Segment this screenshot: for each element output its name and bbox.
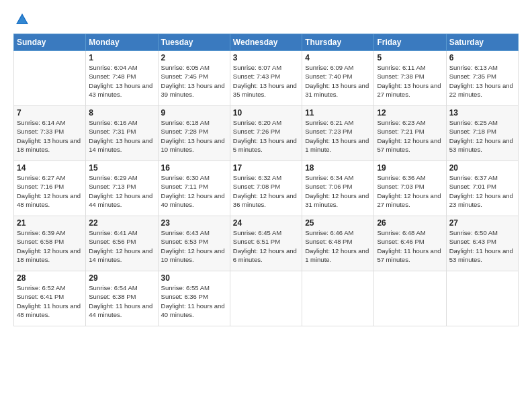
day-cell: 29Sunrise: 6:54 AMSunset: 6:38 PMDayligh…: [86, 271, 158, 326]
day-info: Sunrise: 6:52 AMSunset: 6:41 PMDaylight:…: [17, 283, 83, 319]
day-number: 3: [233, 53, 299, 62]
day-info: Sunrise: 6:41 AMSunset: 6:56 PMDaylight:…: [89, 228, 154, 264]
day-info: Sunrise: 6:43 AMSunset: 6:53 PMDaylight:…: [161, 228, 227, 264]
day-number: 8: [89, 108, 154, 118]
day-info: Sunrise: 6:09 AMSunset: 7:40 PMDaylight:…: [305, 63, 371, 99]
day-number: 30: [161, 273, 227, 283]
day-cell: 7Sunrise: 6:14 AMSunset: 7:33 PMDaylight…: [14, 106, 86, 161]
day-info: Sunrise: 6:11 AMSunset: 7:38 PMDaylight:…: [377, 63, 443, 99]
day-cell: 28Sunrise: 6:52 AMSunset: 6:41 PMDayligh…: [14, 271, 86, 326]
day-number: 20: [449, 163, 515, 173]
day-number: 29: [89, 273, 154, 283]
day-number: 2: [161, 53, 227, 62]
day-info: Sunrise: 6:34 AMSunset: 7:06 PMDaylight:…: [305, 173, 371, 209]
day-number: 26: [377, 218, 443, 228]
day-number: 7: [17, 108, 83, 118]
day-number: 25: [305, 218, 371, 228]
day-number: 19: [377, 163, 443, 173]
day-number: 12: [377, 108, 443, 118]
day-cell: 30Sunrise: 6:55 AMSunset: 6:36 PMDayligh…: [158, 271, 230, 326]
day-cell: 4Sunrise: 6:09 AMSunset: 7:40 PMDaylight…: [302, 51, 374, 106]
day-cell: [230, 271, 302, 326]
day-info: Sunrise: 6:36 AMSunset: 7:03 PMDaylight:…: [377, 173, 443, 209]
weekday-monday: Monday: [86, 34, 158, 51]
week-row-3: 21Sunrise: 6:39 AMSunset: 6:58 PMDayligh…: [14, 216, 519, 271]
day-cell: 11Sunrise: 6:21 AMSunset: 7:23 PMDayligh…: [302, 106, 374, 161]
day-number: 14: [17, 163, 83, 173]
day-info: Sunrise: 6:37 AMSunset: 7:01 PMDaylight:…: [449, 173, 515, 209]
day-cell: 17Sunrise: 6:32 AMSunset: 7:08 PMDayligh…: [230, 161, 302, 216]
day-cell: 1Sunrise: 6:04 AMSunset: 7:48 PMDaylight…: [86, 51, 158, 106]
day-cell: 15Sunrise: 6:29 AMSunset: 7:13 PMDayligh…: [86, 161, 158, 216]
day-cell: 26Sunrise: 6:48 AMSunset: 6:46 PMDayligh…: [374, 216, 446, 271]
logo: [13, 12, 30, 27]
week-row-2: 14Sunrise: 6:27 AMSunset: 7:16 PMDayligh…: [14, 161, 519, 216]
day-info: Sunrise: 6:25 AMSunset: 7:18 PMDaylight:…: [449, 118, 515, 154]
day-cell: [446, 271, 518, 326]
day-info: Sunrise: 6:18 AMSunset: 7:28 PMDaylight:…: [161, 118, 227, 154]
day-number: 27: [449, 218, 515, 228]
day-cell: [302, 271, 374, 326]
day-cell: 22Sunrise: 6:41 AMSunset: 6:56 PMDayligh…: [86, 216, 158, 271]
day-info: Sunrise: 6:16 AMSunset: 7:31 PMDaylight:…: [89, 118, 154, 154]
day-cell: 3Sunrise: 6:07 AMSunset: 7:43 PMDaylight…: [230, 51, 302, 106]
weekday-header-row: SundayMondayTuesdayWednesdayThursdayFrid…: [14, 34, 519, 51]
day-info: Sunrise: 6:23 AMSunset: 7:21 PMDaylight:…: [377, 118, 443, 154]
day-cell: 19Sunrise: 6:36 AMSunset: 7:03 PMDayligh…: [374, 161, 446, 216]
day-info: Sunrise: 6:54 AMSunset: 6:38 PMDaylight:…: [89, 283, 154, 319]
day-info: Sunrise: 6:29 AMSunset: 7:13 PMDaylight:…: [89, 173, 154, 209]
day-cell: [374, 271, 446, 326]
day-info: Sunrise: 6:32 AMSunset: 7:08 PMDaylight:…: [233, 173, 299, 209]
day-number: 28: [17, 273, 83, 283]
day-cell: 18Sunrise: 6:34 AMSunset: 7:06 PMDayligh…: [302, 161, 374, 216]
day-cell: 23Sunrise: 6:43 AMSunset: 6:53 PMDayligh…: [158, 216, 230, 271]
day-number: 11: [305, 108, 371, 118]
week-row-4: 28Sunrise: 6:52 AMSunset: 6:41 PMDayligh…: [14, 271, 519, 326]
header: [13, 12, 519, 27]
day-number: 24: [233, 218, 299, 228]
day-number: 18: [305, 163, 371, 173]
week-row-0: 1Sunrise: 6:04 AMSunset: 7:48 PMDaylight…: [14, 51, 519, 106]
day-number: 13: [449, 108, 515, 118]
day-info: Sunrise: 6:30 AMSunset: 7:11 PMDaylight:…: [161, 173, 227, 209]
day-cell: 9Sunrise: 6:18 AMSunset: 7:28 PMDaylight…: [158, 106, 230, 161]
day-number: 16: [161, 163, 227, 173]
weekday-wednesday: Wednesday: [230, 34, 302, 51]
day-info: Sunrise: 6:46 AMSunset: 6:48 PMDaylight:…: [305, 228, 371, 264]
day-cell: 21Sunrise: 6:39 AMSunset: 6:58 PMDayligh…: [14, 216, 86, 271]
day-info: Sunrise: 6:05 AMSunset: 7:45 PMDaylight:…: [161, 63, 227, 99]
week-row-1: 7Sunrise: 6:14 AMSunset: 7:33 PMDaylight…: [14, 106, 519, 161]
day-cell: 13Sunrise: 6:25 AMSunset: 7:18 PMDayligh…: [446, 106, 518, 161]
day-cell: 27Sunrise: 6:50 AMSunset: 6:43 PMDayligh…: [446, 216, 518, 271]
day-number: 5: [377, 53, 443, 62]
day-info: Sunrise: 6:39 AMSunset: 6:58 PMDaylight:…: [17, 228, 83, 264]
day-number: 6: [449, 53, 515, 62]
day-info: Sunrise: 6:27 AMSunset: 7:16 PMDaylight:…: [17, 173, 83, 209]
day-cell: 14Sunrise: 6:27 AMSunset: 7:16 PMDayligh…: [14, 161, 86, 216]
logo-icon: [15, 12, 30, 27]
day-info: Sunrise: 6:50 AMSunset: 6:43 PMDaylight:…: [449, 228, 515, 264]
day-info: Sunrise: 6:55 AMSunset: 6:36 PMDaylight:…: [161, 283, 227, 319]
day-cell: 25Sunrise: 6:46 AMSunset: 6:48 PMDayligh…: [302, 216, 374, 271]
day-cell: 8Sunrise: 6:16 AMSunset: 7:31 PMDaylight…: [86, 106, 158, 161]
day-number: 9: [161, 108, 227, 118]
weekday-saturday: Saturday: [446, 34, 518, 51]
day-info: Sunrise: 6:21 AMSunset: 7:23 PMDaylight:…: [305, 118, 371, 154]
weekday-sunday: Sunday: [14, 34, 86, 51]
day-info: Sunrise: 6:45 AMSunset: 6:51 PMDaylight:…: [233, 228, 299, 264]
day-cell: 6Sunrise: 6:13 AMSunset: 7:35 PMDaylight…: [446, 51, 518, 106]
day-number: 23: [161, 218, 227, 228]
day-cell: 2Sunrise: 6:05 AMSunset: 7:45 PMDaylight…: [158, 51, 230, 106]
day-number: 4: [305, 53, 371, 62]
weekday-tuesday: Tuesday: [158, 34, 230, 51]
weekday-thursday: Thursday: [302, 34, 374, 51]
day-cell: 24Sunrise: 6:45 AMSunset: 6:51 PMDayligh…: [230, 216, 302, 271]
day-cell: 20Sunrise: 6:37 AMSunset: 7:01 PMDayligh…: [446, 161, 518, 216]
weekday-friday: Friday: [374, 34, 446, 51]
day-cell: [14, 51, 86, 106]
page: SundayMondayTuesdayWednesdayThursdayFrid…: [0, 0, 532, 411]
day-cell: 10Sunrise: 6:20 AMSunset: 7:26 PMDayligh…: [230, 106, 302, 161]
day-info: Sunrise: 6:13 AMSunset: 7:35 PMDaylight:…: [449, 63, 515, 99]
day-number: 1: [89, 53, 154, 62]
day-cell: 5Sunrise: 6:11 AMSunset: 7:38 PMDaylight…: [374, 51, 446, 106]
